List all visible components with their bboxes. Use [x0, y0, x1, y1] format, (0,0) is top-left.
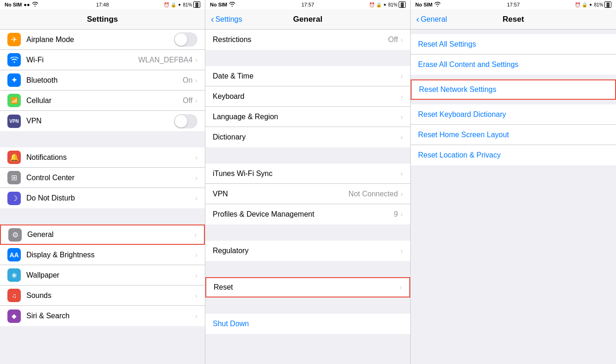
wallpaper-chevron: › — [195, 272, 197, 279]
general-vpn-chevron: › — [400, 190, 403, 198]
general-item-regulatory[interactable]: Regulatory › — [205, 241, 410, 261]
itunes-label: iTunes Wi-Fi Sync — [213, 170, 400, 178]
gap-2 — [0, 208, 205, 224]
general-item-vpn[interactable]: VPN Not Connected › — [205, 184, 410, 204]
section-date-dict: Date & Time › Keyboard › Language & Regi… — [205, 66, 410, 147]
section-shutdown: Shut Down — [205, 314, 410, 334]
reset-item-network[interactable]: Reset Network Settings — [411, 79, 616, 100]
airplane-icon: ✈ — [7, 33, 21, 46]
nav-bar-1: Settings — [0, 9, 205, 30]
general-icon: ⚙ — [8, 228, 22, 242]
general-item-dictionary[interactable]: Dictionary › — [205, 127, 410, 147]
datetime-label: Date & Time — [213, 72, 400, 80]
profiles-chevron: › — [400, 211, 403, 218]
settings-item-notifications[interactable]: 🔔 Notifications › — [0, 147, 205, 168]
gap-1 — [0, 131, 205, 147]
reset-item-location[interactable]: Reset Location & Privacy — [411, 145, 616, 165]
wifi-icon-3 — [434, 2, 441, 8]
status-right-1: ⏰ 🔒 ✦ 81% ▓ — [164, 1, 200, 8]
general-item-profiles[interactable]: Profiles & Device Management 9 › — [205, 204, 410, 224]
settings-item-airplane[interactable]: ✈ Airplane Mode — [0, 30, 205, 50]
carrier-1: No SIM — [5, 2, 22, 7]
reset-item-erase-all[interactable]: Erase All Content and Settings — [411, 55, 616, 75]
section-restrictions: Restrictions Off › — [205, 30, 410, 50]
settings-item-wifi[interactable]: Wi-Fi WLAN_DEFBA4 › — [0, 50, 205, 70]
lock-icon-2: 🔒 — [376, 2, 382, 7]
back-to-general[interactable]: ‹ General — [416, 14, 447, 24]
sounds-chevron: › — [195, 292, 197, 299]
general-item-shutdown[interactable]: Shut Down — [205, 314, 410, 334]
reset-location-label: Reset Location & Privacy — [418, 151, 501, 159]
gap-5 — [205, 224, 410, 241]
general-item-keyboard[interactable]: Keyboard › — [205, 86, 410, 107]
vpn-toggle[interactable] — [174, 114, 197, 128]
panel-settings: No SIM ●● 17:48 ⏰ 🔒 ✦ 81% ▓ Settings ✈ A… — [0, 0, 205, 364]
gap-3 — [205, 50, 410, 66]
control-center-chevron: › — [195, 174, 197, 182]
notifications-chevron: › — [195, 154, 197, 161]
settings-item-cellular[interactable]: 📶 Cellular Off › — [0, 91, 205, 111]
time-1: 17:48 — [96, 2, 109, 7]
airplane-toggle[interactable] — [174, 32, 197, 47]
settings-item-do-not-disturb[interactable]: ☽ Do Not Disturb › — [0, 188, 205, 208]
settings-item-vpn[interactable]: VPN VPN — [0, 111, 205, 131]
display-label: Display & Brightness — [26, 251, 195, 259]
settings-item-general[interactable]: ⚙ General › — [0, 224, 205, 245]
section-reset: Reset › — [205, 277, 410, 297]
gap-reset-top — [411, 30, 616, 34]
vpn-label: VPN — [26, 117, 174, 125]
nav-title-1: Settings — [87, 15, 118, 24]
general-chevron: › — [194, 231, 197, 238]
back-to-settings[interactable]: ‹ Settings — [211, 14, 242, 24]
carrier-3: No SIM — [415, 2, 432, 7]
lock-icon-1: 🔒 — [171, 2, 176, 7]
gap-7 — [205, 297, 410, 314]
bluetooth-icon: ✦ — [7, 73, 21, 87]
status-bar-2: No SIM 17:57 ⏰ 🔒 ✦ 81% ▓ — [205, 0, 410, 9]
wallpaper-icon: ❀ — [7, 268, 21, 282]
settings-item-display[interactable]: AA Display & Brightness › — [0, 245, 205, 265]
regulatory-label: Regulatory — [213, 247, 400, 255]
profiles-label: Profiles & Device Management — [213, 210, 394, 218]
general-item-restrictions[interactable]: Restrictions Off › — [205, 30, 410, 50]
reset-item-home-screen[interactable]: Reset Home Screen Layout — [411, 125, 616, 145]
section-system: 🔔 Notifications › ⊞ Control Center › ☽ D… — [0, 147, 205, 208]
status-bar-3: No SIM 17:57 ⏰ 🔒 ✦ 81% ▓ — [411, 0, 616, 9]
general-item-reset[interactable]: Reset › — [205, 277, 410, 297]
wifi-icon-1 — [32, 2, 38, 8]
wifi-chevron: › — [195, 56, 197, 64]
settings-item-control-center[interactable]: ⊞ Control Center › — [0, 168, 205, 188]
siri-label: Siri & Search — [26, 312, 195, 320]
reset-network-label: Reset Network Settings — [419, 85, 496, 94]
panel-general: No SIM 17:57 ⏰ 🔒 ✦ 81% ▓ ‹ Settings Gene… — [205, 0, 411, 364]
settings-item-sounds[interactable]: ♫ Sounds › — [0, 285, 205, 306]
restrictions-chevron: › — [400, 36, 403, 43]
cellular-label: Cellular — [26, 97, 183, 105]
back-label-3: General — [421, 15, 447, 24]
nav-bar-3: ‹ General Reset — [411, 9, 616, 30]
reset-item-keyboard[interactable]: Reset Keyboard Dictionary — [411, 104, 616, 125]
panel-reset: No SIM 17:57 ⏰ 🔒 ✦ 81% ▓ ‹ General Reset… — [411, 0, 616, 364]
settings-item-siri[interactable]: ◆ Siri & Search › — [0, 306, 205, 326]
general-list: Restrictions Off › Date & Time › Keyboar… — [205, 30, 410, 364]
reset-item-all-settings[interactable]: Reset All Settings — [411, 34, 616, 55]
reset-nav-chevron: › — [400, 284, 402, 291]
notifications-label: Notifications — [26, 153, 195, 162]
sounds-icon: ♫ — [7, 289, 21, 302]
regulatory-chevron: › — [400, 247, 403, 255]
do-not-disturb-chevron: › — [195, 194, 197, 202]
reset-list: Reset All Settings Erase All Content and… — [411, 30, 616, 364]
back-label-2: Settings — [216, 15, 242, 24]
wifi-icon — [7, 53, 21, 67]
general-item-datetime[interactable]: Date & Time › — [205, 66, 410, 86]
settings-item-bluetooth[interactable]: ✦ Bluetooth On › — [0, 70, 205, 91]
control-center-label: Control Center — [26, 174, 195, 182]
gap-4 — [205, 147, 410, 164]
gap-6 — [205, 261, 410, 277]
cellular-icon: 📶 — [7, 94, 21, 107]
general-item-language[interactable]: Language & Region › — [205, 107, 410, 127]
settings-item-wallpaper[interactable]: ❀ Wallpaper › — [0, 265, 205, 285]
nav-title-2: General — [293, 15, 322, 24]
general-item-itunes[interactable]: iTunes Wi-Fi Sync › — [205, 164, 410, 184]
section-connectivity: ✈ Airplane Mode Wi-Fi WLAN_DEFBA4 › ✦ — [0, 30, 205, 131]
